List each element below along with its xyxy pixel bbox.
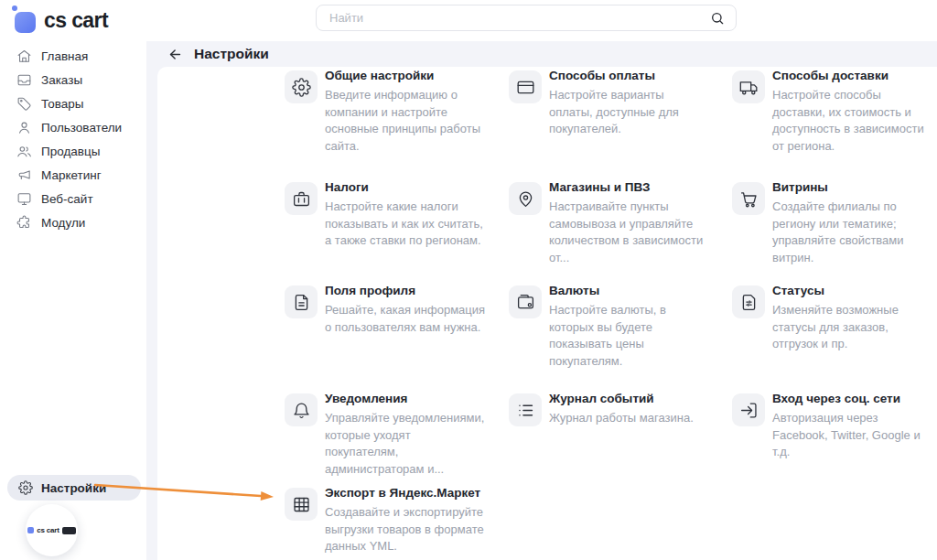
settings-card-statuses[interactable]: Статусы Изменяйте возможные статусы для … — [732, 285, 937, 353]
settings-card-social-login[interactable]: Вход через соц. сети Авторизация через F… — [732, 393, 937, 461]
megaphone-icon — [16, 167, 32, 183]
card-title: Налоги — [325, 179, 486, 196]
card-description: Настройте варианты оплаты, доступные для… — [549, 87, 710, 137]
card-description: Создавайте и экспортируйте выгрузки това… — [325, 504, 486, 555]
file-sliders-icon — [732, 285, 765, 318]
truck-icon — [732, 70, 765, 103]
page-title: Настройки — [194, 46, 269, 62]
sidebar-item-label: Пользователи — [41, 121, 122, 135]
gear-icon — [18, 480, 33, 495]
sidebar-item-home[interactable]: Главная — [0, 44, 146, 68]
card-description: Настраивайте пункты самовывоза и управля… — [549, 199, 710, 266]
settings-panel: Общие настройки Введите информацию о ком… — [157, 67, 937, 560]
card-title: Журнал событий — [549, 391, 710, 407]
settings-card-general-settings[interactable]: Общие настройки Введите информацию о ком… — [285, 70, 502, 155]
card-description: Журнал работы магазина. — [549, 410, 710, 426]
sidebar-item-label: Продавцы — [41, 145, 100, 158]
settings-card-storefronts[interactable]: Витрины Создайте филиалы по региону или … — [732, 182, 937, 266]
card-title: Способы доставки — [772, 68, 933, 84]
tag-icon — [16, 96, 32, 112]
sidebar-item-label: Главная — [41, 49, 88, 63]
card-title: Поля профиля — [325, 283, 486, 299]
settings-card-notifications[interactable]: Уведомления Управляйте уведомлениями, ко… — [285, 393, 502, 478]
sidebar-item-products[interactable]: Товары — [0, 92, 146, 115]
card-title: Экспорт в Яндекс.Маркет — [325, 485, 486, 501]
sidebar-item-label: Заказы — [41, 73, 82, 87]
sidebar-item-modules[interactable]: Модули — [0, 210, 146, 234]
credit-card-icon — [509, 70, 542, 103]
settings-card-currencies[interactable]: Валюты Настройте валюты, в которых вы бу… — [509, 285, 727, 370]
card-description: Изменяйте возможные статусы для заказов,… — [772, 302, 933, 352]
card-description: Управляйте уведомлениями, которые уходят… — [325, 410, 486, 478]
sidebar-item-label: Модули — [41, 216, 85, 230]
sidebar-item-users[interactable]: Пользователи — [0, 115, 146, 139]
badge-version-pill — [62, 527, 76, 534]
search-input[interactable] — [328, 10, 710, 26]
settings-card-profile-fields[interactable]: Поля профиля Решайте, какая информация о… — [285, 285, 502, 336]
page-header: Настройки — [167, 41, 269, 67]
logo-text: cs cart — [44, 8, 108, 33]
settings-card-yandex-export[interactable]: Экспорт в Яндекс.Маркет Создавайте и экс… — [285, 488, 502, 555]
card-description: Настройте какие налоги показывать и как … — [325, 199, 486, 249]
users-icon — [16, 144, 32, 159]
card-title: Уведомления — [325, 391, 486, 407]
sidebar-item-vendors[interactable]: Продавцы — [0, 139, 146, 163]
sidebar-item-label: Товары — [41, 97, 83, 111]
card-description: Авторизация через Facebook, Twitter, Goo… — [772, 410, 933, 460]
briefcase-icon — [285, 182, 318, 215]
settings-card-shipping-methods[interactable]: Способы доставки Настройте способы доста… — [732, 70, 937, 155]
app-root: cs cart Главная Заказы Товары Пользовате… — [0, 0, 937, 560]
card-title: Способы оплаты — [549, 68, 710, 84]
map-pin-icon — [509, 182, 542, 215]
sidebar-settings-label: Настройки — [41, 481, 106, 495]
badge-logo-text: cs cart — [37, 526, 59, 534]
sidebar-item-website[interactable]: Веб-сайт — [0, 187, 146, 210]
settings-card-taxes[interactable]: Налоги Настройте какие налоги показывать… — [285, 182, 502, 250]
card-description: Настройте способы доставки, их стоимость… — [772, 87, 933, 155]
shopping-cart-icon — [732, 182, 765, 215]
card-title: Магазины и ПВЗ — [549, 179, 710, 196]
wallet-icon — [509, 285, 542, 318]
bell-icon — [285, 393, 318, 426]
settings-card-stores-pickup[interactable]: Магазины и ПВЗ Настраивайте пункты самов… — [509, 182, 727, 266]
settings-card-event-log[interactable]: Журнал событий Журнал работы магазина. — [509, 393, 727, 427]
gear-icon — [285, 70, 318, 103]
card-title: Валюты — [549, 283, 710, 299]
puzzle-icon — [16, 215, 32, 231]
search-bar — [316, 5, 737, 31]
cs-cart-logo[interactable]: cs cart — [15, 6, 108, 33]
card-title: Вход через соц. сети — [772, 391, 933, 407]
card-description: Решайте, какая информация о пользователя… — [325, 302, 486, 336]
home-icon — [16, 48, 32, 64]
sidebar-item-settings[interactable]: Настройки — [7, 475, 141, 501]
topbar: cs cart — [0, 0, 937, 41]
table-icon — [285, 488, 318, 521]
back-arrow-icon[interactable] — [167, 47, 183, 62]
card-title: Витрины — [772, 179, 933, 196]
sidebar-item-orders[interactable]: Заказы — [0, 68, 146, 92]
card-title: Статусы — [772, 283, 933, 299]
file-text-icon — [285, 285, 318, 318]
sidebar-item-marketing[interactable]: Маркетинг — [0, 163, 146, 187]
logo-dot — [12, 5, 17, 11]
cs-cart-badge[interactable]: cs cart — [26, 504, 78, 556]
card-title: Общие настройки — [325, 68, 486, 84]
settings-card-payment-methods[interactable]: Способы оплаты Настройте варианты оплаты… — [509, 70, 727, 138]
monitor-icon — [16, 191, 32, 207]
cs-cart-logo-icon — [15, 12, 36, 33]
sidebar-item-label: Веб-сайт — [41, 192, 93, 206]
sidebar-nav: Главная Заказы Товары Пользователи Прода… — [0, 44, 146, 234]
card-description: Создайте филиалы по региону или тематике… — [772, 199, 933, 266]
search-icon[interactable] — [710, 11, 725, 26]
card-description: Настройте валюты, в которых вы будете по… — [549, 302, 710, 370]
card-description: Введите информацию о компании и настройт… — [325, 87, 486, 155]
inbox-icon — [16, 72, 32, 88]
badge-logo-icon — [27, 527, 34, 533]
sidebar: Главная Заказы Товары Пользователи Прода… — [0, 41, 146, 560]
log-in-icon — [732, 393, 765, 426]
list-icon — [509, 393, 542, 426]
user-icon — [16, 120, 32, 135]
sidebar-item-label: Маркетинг — [41, 168, 102, 182]
